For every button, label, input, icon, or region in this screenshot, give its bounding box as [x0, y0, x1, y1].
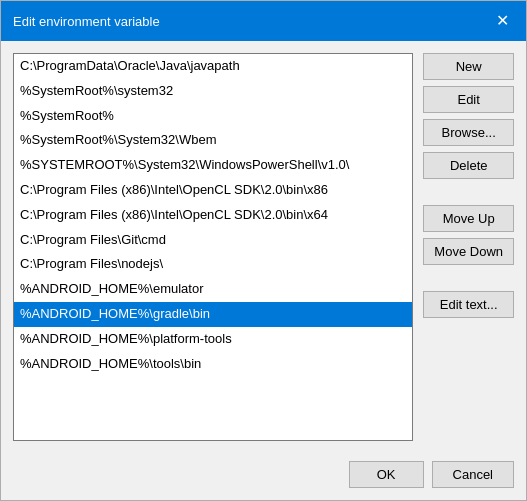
spacer-1 — [423, 185, 514, 199]
action-buttons: New Edit Browse... Delete Move Up Move D… — [423, 53, 514, 441]
title-bar: Edit environment variable ✕ — [1, 1, 526, 41]
list-item[interactable]: C:\ProgramData\Oracle\Java\javapath — [14, 54, 412, 79]
list-item[interactable]: C:\Program Files\nodejs\ — [14, 252, 412, 277]
list-item[interactable]: C:\Program Files (x86)\Intel\OpenCL SDK\… — [14, 178, 412, 203]
close-button[interactable]: ✕ — [490, 9, 514, 33]
spacer-2 — [423, 271, 514, 285]
dialog-content: C:\ProgramData\Oracle\Java\javapath%Syst… — [1, 41, 526, 453]
delete-button[interactable]: Delete — [423, 152, 514, 179]
list-item[interactable]: %ANDROID_HOME%\gradle\bin — [14, 302, 412, 327]
cancel-button[interactable]: Cancel — [432, 461, 514, 488]
edit-text-button[interactable]: Edit text... — [423, 291, 514, 318]
list-item[interactable]: %SystemRoot% — [14, 104, 412, 129]
env-variable-list[interactable]: C:\ProgramData\Oracle\Java\javapath%Syst… — [13, 53, 413, 441]
move-up-button[interactable]: Move Up — [423, 205, 514, 232]
new-button[interactable]: New — [423, 53, 514, 80]
edit-env-variable-dialog: Edit environment variable ✕ C:\ProgramDa… — [0, 0, 527, 501]
dialog-footer: OK Cancel — [1, 453, 526, 500]
list-item[interactable]: C:\Program Files\Git\cmd — [14, 228, 412, 253]
list-item[interactable]: %ANDROID_HOME%\tools\bin — [14, 352, 412, 377]
move-down-button[interactable]: Move Down — [423, 238, 514, 265]
dialog-title: Edit environment variable — [13, 14, 160, 29]
browse-button[interactable]: Browse... — [423, 119, 514, 146]
list-item[interactable]: %ANDROID_HOME%\platform-tools — [14, 327, 412, 352]
list-item[interactable]: %SystemRoot%\System32\Wbem — [14, 128, 412, 153]
ok-button[interactable]: OK — [349, 461, 424, 488]
list-item[interactable]: %SYSTEMROOT%\System32\WindowsPowerShell\… — [14, 153, 412, 178]
list-item[interactable]: %ANDROID_HOME%\emulator — [14, 277, 412, 302]
list-item[interactable]: C:\Program Files (x86)\Intel\OpenCL SDK\… — [14, 203, 412, 228]
edit-button[interactable]: Edit — [423, 86, 514, 113]
list-item[interactable]: %SystemRoot%\system32 — [14, 79, 412, 104]
